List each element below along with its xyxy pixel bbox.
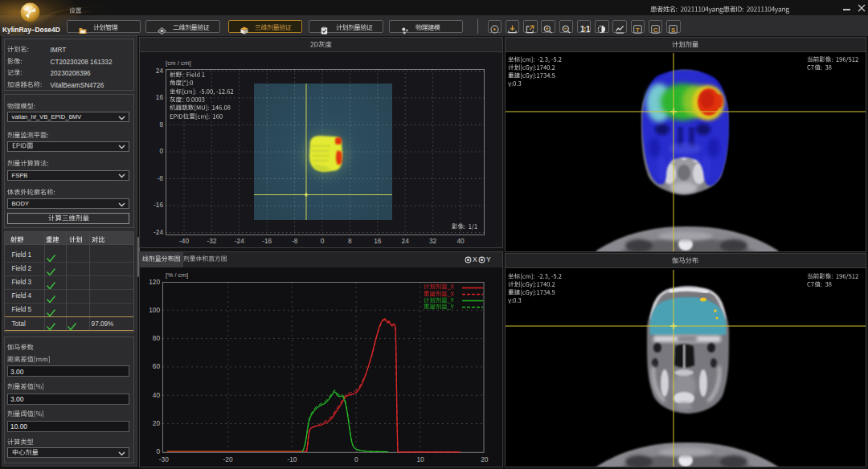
svg-text:C: C	[653, 26, 658, 33]
svg-text:1: 1	[586, 25, 590, 34]
svg-text:1: 1	[580, 25, 585, 34]
svg-text:T: T	[636, 26, 640, 33]
svg-text:S: S	[671, 26, 675, 33]
